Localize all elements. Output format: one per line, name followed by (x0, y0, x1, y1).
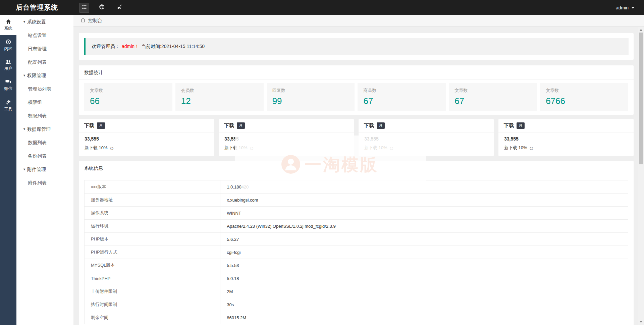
scroll-down-arrow[interactable] (640, 321, 642, 323)
download-card-header: 下载 月 (79, 119, 214, 132)
info-row-label: 操作系统 (85, 207, 220, 220)
stat-card-label: 商品数 (363, 88, 440, 94)
menu-item-label: 数据列表 (28, 140, 47, 145)
sidebar-item-label: 系统 (4, 25, 12, 31)
sidebar-item-label: 内容 (4, 46, 12, 52)
sidebar-item-wechat[interactable]: 微信 (0, 75, 16, 96)
download-subtext: 新下载 10% ☺ (85, 145, 208, 151)
scrollbar-thumb[interactable] (639, 33, 643, 164)
download-card-title: 下载 (504, 122, 514, 129)
menu-item-label: 附件列表 (28, 180, 47, 185)
menu-item-label: 日志管理 (28, 46, 47, 51)
stat-card-value: 66 (90, 96, 167, 106)
menu-item[interactable]: ▼权限列表 (16, 109, 73, 122)
statistics-panel: 数据统计 文章数 66 会员数 12 (79, 65, 634, 115)
menu-item[interactable]: ▼权限组 (16, 96, 73, 109)
globe-button[interactable] (97, 3, 107, 13)
stat-card-value: 12 (181, 96, 258, 106)
menu-item[interactable]: ▼站点设置 (16, 29, 73, 42)
menu-item[interactable]: ▼日志管理 (16, 42, 73, 55)
download-card-title: 下载 (364, 122, 374, 129)
globe-icon (99, 4, 105, 11)
menu-item-label: 权限组 (28, 100, 42, 105)
table-row: PHP版本 5.6.27 (85, 233, 628, 246)
menu-item[interactable]: ▼配置列表 (16, 55, 73, 69)
download-card-header: 下载 月 (219, 119, 354, 132)
download-count: 33,555 (504, 136, 628, 142)
home-icon (6, 19, 11, 24)
menu-item[interactable]: ▼备份列表 (16, 149, 73, 163)
table-row: 剩余空间 86015.2M (85, 311, 628, 324)
menu-item[interactable]: ▼附件管理 (16, 163, 73, 176)
table-row: ThinkPHP 5.0.18 (85, 272, 628, 285)
stat-card-value: 99 (272, 96, 349, 106)
stat-card-label: 回复数 (272, 88, 349, 94)
info-row-value: 5.6.27 (220, 233, 628, 246)
new-download-label: 新下载 10% (504, 145, 527, 151)
month-badge: 月 (97, 122, 105, 129)
stat-card-label: 文章数 (546, 88, 623, 94)
clear-cache-button[interactable] (114, 3, 124, 13)
menu-item-label: 管理员列表 (28, 86, 51, 92)
sidebar-item-label: 用户 (4, 66, 12, 71)
info-row-value: 30s (220, 298, 628, 311)
users-icon (5, 59, 11, 64)
info-row-value: 5.5.53 (220, 259, 628, 272)
stat-card-value: 67 (454, 96, 531, 106)
faded-value-suffix: 420 (241, 184, 249, 189)
table-row: xxx版本 1.0.180420 (85, 180, 628, 194)
download-card-header: 下载 月 (498, 119, 634, 132)
menu-item-label: 系统设置 (27, 19, 46, 24)
breadcrumb: 控制台 (73, 15, 644, 26)
system-info-panel: 系统信息 xxx版本 1.0.180420 服务器地址 x.xueb (79, 161, 634, 325)
menu-item-label: 附件管理 (27, 167, 46, 172)
menu-item-label: 站点设置 (28, 33, 47, 38)
download-card-header: 下载 月 (359, 119, 494, 132)
sidebar-item-content[interactable]: 内容 (0, 35, 16, 55)
menu-item[interactable]: ▼管理员列表 (16, 82, 73, 96)
stat-card-label: 会员数 (181, 88, 258, 94)
brush-icon (116, 4, 122, 11)
chevron-down-icon (631, 7, 635, 9)
secondary-sidebar: ▼系统设置 ▼站点设置 ▼日志管理 ▼配置列表 ▼权限管理 ▼管理员列表 ▼ (16, 15, 73, 325)
download-subtext: 新下载 10% ☺ (504, 145, 628, 151)
sidebar-item-label: 工具 (4, 106, 12, 112)
new-download-label: 新下载 10% (85, 145, 108, 151)
caret-down-icon: ▼ (23, 168, 26, 171)
vertical-scrollbar[interactable] (638, 27, 644, 325)
stat-card: 回复数 99 (267, 83, 355, 111)
statistics-panel-title: 数据统计 (79, 65, 634, 79)
menu-item[interactable]: ▼数据列表 (16, 136, 73, 149)
collapse-menu-button[interactable] (79, 3, 89, 13)
tools-hammer-icon (6, 100, 11, 105)
stat-card-value: 6766 (546, 96, 623, 106)
menu-item[interactable]: ▼数据库管理 (16, 122, 73, 136)
download-card: 下载 月 33,555 新下载 10% ☺ (498, 119, 634, 156)
primary-sidebar: 系统 内容 用户 (0, 15, 16, 325)
scroll-up-arrow[interactable] (640, 29, 642, 31)
stat-card: 商品数 67 (358, 83, 446, 111)
smiley-icon: ☺ (109, 146, 114, 151)
download-card-body: 33,555 新下载 10% ☺ (498, 132, 634, 151)
menu-item[interactable]: ▼权限管理 (16, 69, 73, 82)
info-row-value: Apache/2.4.23 (Win32) OpenSSL/1.0.2j mod… (220, 220, 628, 233)
info-row-value: WINNT (220, 207, 628, 220)
menu-item[interactable]: ▼附件列表 (16, 176, 73, 189)
table-row: 服务器地址 x.xuebingsi.com (85, 194, 628, 207)
sidebar-item-tools[interactable]: 工具 (0, 96, 16, 116)
welcome-prefix: 欢迎管理员： (92, 44, 120, 50)
table-row: 上传附件限制 2M (85, 285, 628, 298)
menu-item-label: 数据库管理 (27, 126, 51, 132)
user-dropdown[interactable]: admin (616, 5, 635, 10)
menu-item[interactable]: ▼系统设置 (16, 15, 73, 29)
info-row-value: 5.0.18 (220, 272, 628, 285)
month-badge: 月 (517, 122, 525, 129)
breadcrumb-label[interactable]: 控制台 (88, 18, 102, 24)
info-row-value: 1.0.180420 (220, 180, 628, 194)
info-row-label: xxx版本 (85, 180, 220, 194)
sidebar-item-users[interactable]: 用户 (0, 55, 16, 75)
info-row-label: 上传附件限制 (85, 285, 220, 298)
sidebar-item-system[interactable]: 系统 (0, 15, 16, 35)
table-row: PHP运行方式 cgi-fcgi (85, 246, 628, 259)
menu-item-label: 备份列表 (28, 153, 47, 159)
